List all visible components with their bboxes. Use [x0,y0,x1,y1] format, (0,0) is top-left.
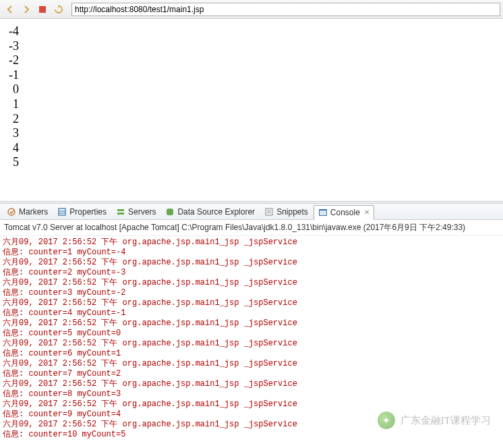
svg-rect-12 [320,211,326,215]
svg-rect-6 [117,213,124,215]
console-line: 六月09, 2017 2:56:52 下午 org.apache.jsp.mai… [3,298,297,308]
svg-point-1 [8,208,15,215]
properties-icon [57,207,67,217]
output-line: 3 [7,126,19,141]
console-line: 信息: counter=10 myCount=5 [3,430,125,439]
output-line: -2 [7,53,19,68]
tab-label: Snippets [276,207,308,217]
console-line: 六月09, 2017 2:56:52 下午 org.apache.jsp.mai… [3,237,297,247]
stop-button[interactable] [35,2,50,17]
output-line: 5 [7,155,19,170]
database-icon [165,207,175,217]
wechat-icon: ✦ [378,412,395,429]
tab-label: Properties [69,207,107,217]
console-line: 信息: counter=1 myCount=-4 [3,248,125,257]
tab-markers[interactable]: Markers [3,204,52,219]
output-line: 2 [7,112,19,127]
console-line: 信息: counter=4 myCount=-1 [3,308,125,318]
tab-snippets[interactable]: Snippets [260,204,312,219]
refresh-icon [54,5,63,14]
console-line: 信息: counter=6 myCount=1 [3,349,121,358]
url-field [71,3,500,16]
tab-servers[interactable]: Servers [112,204,160,219]
console-line: 六月09, 2017 2:56:52 下午 org.apache.jsp.mai… [3,339,297,348]
tab-properties[interactable]: Properties [53,204,111,219]
refresh-button[interactable] [51,2,66,17]
svg-rect-5 [117,209,124,211]
svg-rect-0 [39,6,46,13]
url-input[interactable] [71,3,500,16]
browser-toolbar [0,0,503,19]
output-line: 4 [7,141,19,156]
console-title: Tomcat v7.0 Server at localhost [Apache … [0,220,503,236]
svg-rect-2 [59,208,65,215]
svg-rect-8 [266,208,272,215]
console-line: 六月09, 2017 2:56:52 下午 org.apache.jsp.mai… [3,399,297,409]
views-tabstrip: Markers Properties Servers Data Source E… [0,204,503,220]
servers-icon [116,207,125,217]
output-line: 1 [7,97,19,112]
tab-console[interactable]: Console ✕ [314,205,374,220]
output-line: -3 [7,39,19,54]
back-button[interactable] [3,2,18,17]
console-line: 六月09, 2017 2:56:52 下午 org.apache.jsp.mai… [3,258,297,267]
tab-label: Data Source Explorer [177,207,255,217]
output-line: -1 [7,68,19,83]
console-line: 六月09, 2017 2:56:52 下午 org.apache.jsp.mai… [3,359,297,368]
console-line: 信息: counter=7 myCount=2 [3,369,121,379]
console-line: 信息: counter=8 myCount=3 [3,389,121,399]
watermark-text: 广东金融IT课程学习 [401,414,491,427]
close-icon[interactable]: ✕ [364,208,369,216]
watermark: ✦ 广东金融IT课程学习 [378,412,491,429]
output-line: 0 [7,82,19,97]
console-icon [318,208,328,217]
console-line: 信息: counter=5 myCount=0 [3,329,121,338]
console-line: 信息: counter=9 myCount=4 [3,410,121,419]
tab-label: Markers [19,207,48,217]
console-line: 六月09, 2017 2:56:52 下午 org.apache.jsp.mai… [3,420,297,429]
console-line: 六月09, 2017 2:56:52 下午 org.apache.jsp.mai… [3,379,297,389]
console-line: 信息: counter=2 myCount=-3 [3,268,125,277]
console-output[interactable]: 六月09, 2017 2:56:52 下午 org.apache.jsp.mai… [0,236,503,441]
stop-icon [38,5,47,13]
page-content: -4 -3 -2 -1 0 1 2 3 4 5 [0,19,503,201]
console-line: 六月09, 2017 2:56:52 下午 org.apache.jsp.mai… [3,278,297,287]
tab-label: Servers [128,207,156,217]
arrow-right-icon [22,5,31,14]
snippets-icon [264,207,274,217]
markers-icon [7,207,16,217]
console-line: 六月09, 2017 2:56:52 下午 org.apache.jsp.mai… [3,318,297,328]
output-line: -4 [7,24,19,39]
tab-data-source[interactable]: Data Source Explorer [161,204,259,219]
console-line: 信息: counter=3 myCount=-2 [3,288,125,298]
arrow-left-icon [5,5,15,14]
tab-label: Console [330,208,360,217]
forward-button[interactable] [19,2,34,17]
